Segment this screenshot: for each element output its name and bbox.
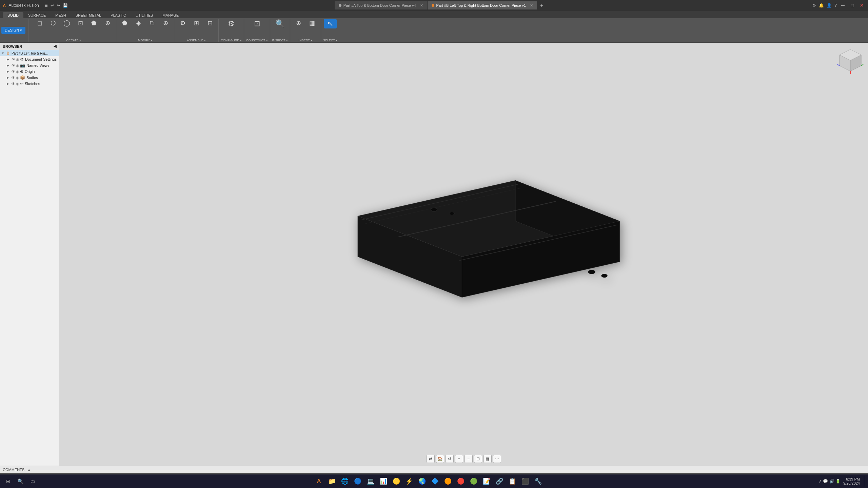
design-mode-button[interactable]: DESIGN ▾: [1, 27, 25, 34]
taskbar-time: 6:39 PM: [846, 477, 860, 481]
taskbar-app-13[interactable]: 🟢: [468, 475, 480, 487]
taskbar-app-10[interactable]: 🔷: [429, 475, 441, 487]
display-mode-btn[interactable]: ⊡: [474, 455, 482, 463]
tab-solid[interactable]: SOLID: [3, 12, 23, 18]
taskbar-app-5[interactable]: 💻: [364, 475, 377, 487]
taskbar-app-18[interactable]: 🔧: [532, 475, 544, 487]
browser-item-origin[interactable]: ▶ 👁 ◉ ⊕ Origin: [0, 68, 59, 75]
more-view-btn[interactable]: ⋯: [493, 455, 501, 463]
eye-icon-bodies: 👁: [12, 76, 15, 80]
settings-icon[interactable]: ⚙: [812, 3, 816, 8]
app-logo: A: [3, 3, 6, 8]
taskbar-app-15[interactable]: 🔗: [493, 475, 506, 487]
notify-icon[interactable]: 🔔: [819, 3, 824, 8]
search-button[interactable]: 🔍: [15, 476, 26, 487]
toolbar-configure-section: ⚙ CONFIGURE ▾: [219, 19, 244, 42]
taskbar-app-8[interactable]: ⚡: [403, 475, 415, 487]
tab-1[interactable]: Part #A Top & Bottom Door Corner Piece v…: [335, 1, 428, 9]
view-cube[interactable]: Z: [837, 47, 864, 74]
tab-plastic[interactable]: PLASTIC: [106, 12, 131, 18]
tab-manage[interactable]: MANAGE: [158, 12, 183, 18]
tab-sheet-metal[interactable]: SHEET METAL: [71, 12, 106, 18]
eye-icon-views: 👁: [12, 63, 15, 67]
maximize-btn[interactable]: □: [849, 2, 856, 9]
taskbar-app-6[interactable]: 📊: [377, 475, 390, 487]
revolve-btn[interactable]: ◯: [60, 19, 73, 27]
taskbar-app-9[interactable]: 🌏: [416, 475, 428, 487]
start-button[interactable]: ⊞: [3, 476, 14, 487]
user-icon[interactable]: 👤: [827, 3, 832, 8]
joint-btn[interactable]: ⊞: [190, 19, 203, 27]
expand-arrow-views: ▶: [7, 64, 11, 67]
browser-item-doc-settings[interactable]: ▶ 👁 ◉ ⚙ Document Settings: [0, 56, 59, 62]
sweep-icon: ⊡: [78, 20, 83, 26]
select-label: SELECT ▾: [323, 39, 337, 42]
configure-btn[interactable]: ⚙: [225, 19, 238, 28]
taskbar-date: 9/26/2024: [843, 481, 860, 485]
joint-origin-btn[interactable]: ⊟: [203, 19, 216, 27]
browser-expand-icon[interactable]: ◀: [54, 44, 56, 48]
chamfer-btn[interactable]: ⧉: [145, 19, 158, 27]
more-create-btn[interactable]: ⊕: [101, 19, 114, 27]
extrude-btn[interactable]: ⬡: [47, 19, 60, 27]
taskbar-show-desktop[interactable]: [864, 476, 865, 487]
zoom-out-btn[interactable]: −: [465, 455, 473, 463]
construct-btn[interactable]: ⊡: [251, 19, 263, 28]
taskbar-app-7[interactable]: 🟡: [390, 475, 402, 487]
taskbar-app-12[interactable]: 🔴: [455, 475, 467, 487]
menu-item[interactable]: ☰: [44, 3, 48, 8]
insert-mesh-btn[interactable]: ▦: [306, 19, 319, 27]
fillet-btn[interactable]: ◈: [132, 19, 145, 27]
tab-2[interactable]: Part #B Left Top & Right Bottom Door Cor…: [428, 1, 538, 9]
undo-btn[interactable]: ↩: [51, 3, 54, 8]
insert-mcmaster-btn[interactable]: ⊕: [292, 19, 305, 27]
grid-btn[interactable]: ▦: [484, 455, 492, 463]
tab-2-close[interactable]: ✕: [530, 3, 533, 8]
close-btn[interactable]: ✕: [859, 2, 865, 9]
taskbar-app-2[interactable]: 📁: [326, 475, 338, 487]
tab-utilities[interactable]: UTILITIES: [131, 12, 158, 18]
svg-point-9: [588, 270, 595, 274]
press-pull-btn[interactable]: ⬟: [118, 19, 131, 27]
taskbar-app-11[interactable]: 🟠: [442, 475, 454, 487]
expand-arrow-origin: ▶: [7, 70, 11, 73]
help-icon[interactable]: ?: [834, 3, 837, 8]
taskbar-app-1[interactable]: A: [313, 475, 325, 487]
browser-item-named-views[interactable]: ▶ 👁 ◉ 📷 Named Views: [0, 62, 59, 68]
svg-point-10: [601, 274, 608, 278]
orbit-btn[interactable]: ↺: [446, 455, 454, 463]
redo-btn[interactable]: ↪: [57, 3, 60, 8]
home-view-btn[interactable]: 🏠: [436, 455, 444, 463]
browser-item-sketches[interactable]: ▶ 👁 ◉ ✏ Sketches: [0, 81, 59, 87]
fit-view-btn[interactable]: ⇄: [427, 455, 435, 463]
save-btn[interactable]: 💾: [63, 3, 68, 8]
taskbar-app-14[interactable]: 📝: [480, 475, 493, 487]
light-icon-bodies: ◉: [16, 76, 19, 80]
browser-item-file-label: Part #B Left Top & Right Botto...: [12, 52, 49, 55]
file-icon: 🗎: [6, 51, 10, 56]
more-modify-btn[interactable]: ⊕: [159, 19, 172, 27]
minimize-btn[interactable]: ─: [840, 2, 846, 9]
viewport[interactable]: Z ⇄ 🏠 ↺ + − ⊡ ▦ ⋯: [59, 43, 868, 466]
svg-point-8: [449, 212, 454, 215]
new-component-btn[interactable]: ◻: [33, 19, 46, 27]
inspect-btn[interactable]: 🔍: [274, 19, 287, 28]
zoom-in-btn[interactable]: +: [455, 455, 463, 463]
browser-item-file[interactable]: ▼ 🗎 Part #B Left Top & Right Botto...: [0, 50, 59, 56]
taskbar-app-17[interactable]: ⬛: [519, 475, 531, 487]
sweep-btn[interactable]: ⊡: [74, 19, 87, 27]
taskbar-clock[interactable]: 6:39 PM 9/26/2024: [843, 477, 860, 485]
select-btn[interactable]: ↖: [324, 19, 337, 28]
comments-expand-btn[interactable]: ▲: [27, 468, 31, 472]
tab-mesh[interactable]: MESH: [51, 12, 71, 18]
taskbar-app-3[interactable]: 🌐: [339, 475, 351, 487]
taskbar-app-16[interactable]: 📋: [506, 475, 518, 487]
task-view-btn[interactable]: 🗂: [27, 476, 38, 487]
new-tab-btn[interactable]: +: [537, 1, 546, 9]
taskbar-app-4[interactable]: 🔵: [352, 475, 364, 487]
tab-surface[interactable]: SURFACE: [23, 12, 51, 18]
browser-item-bodies[interactable]: ▶ 👁 ◉ 📦 Bodies: [0, 75, 59, 81]
new-component-assemble-btn[interactable]: ⚙: [176, 19, 189, 27]
loft-btn[interactable]: ⬟: [87, 19, 100, 27]
tab-1-close[interactable]: ✕: [420, 3, 423, 8]
